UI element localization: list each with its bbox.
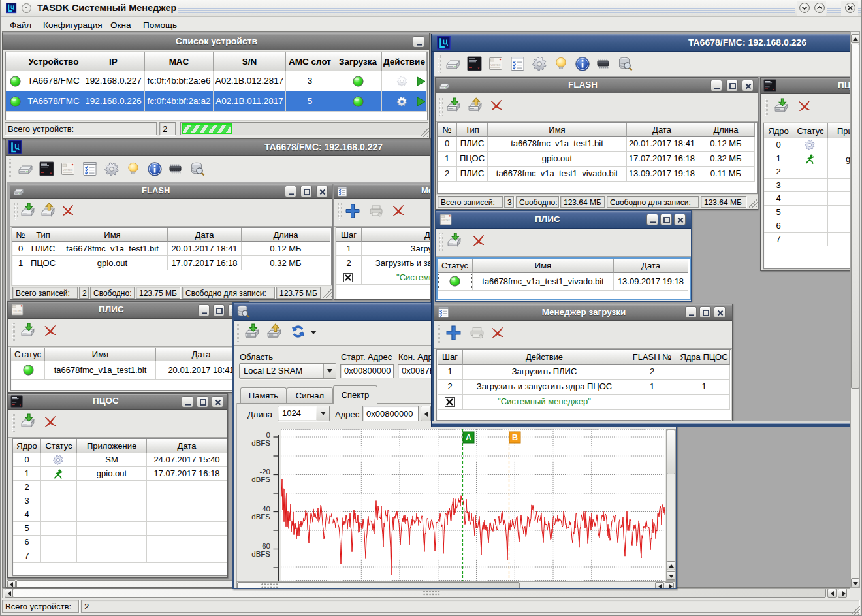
svg-text:A: A (466, 433, 471, 442)
svg-text:B: B (512, 433, 518, 442)
